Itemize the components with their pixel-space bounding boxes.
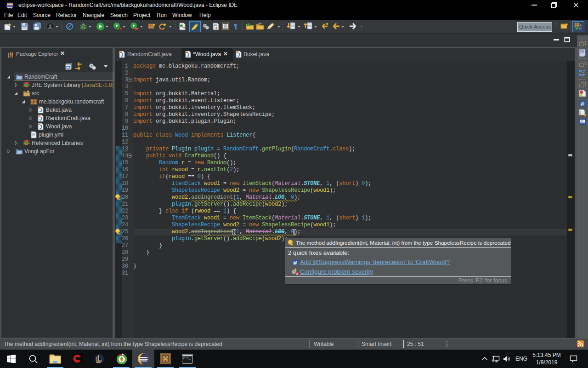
svg-text:x: x: [296, 272, 298, 275]
svg-text:J: J: [40, 125, 42, 130]
svg-text:@: @: [581, 101, 585, 106]
svg-text:J: J: [40, 116, 42, 121]
svg-text:{=: {=: [579, 110, 584, 115]
svg-text:J: J: [237, 52, 240, 58]
svg-text:C:\_: C:\_: [183, 357, 191, 360]
svg-text:J: J: [121, 52, 124, 58]
svg-text:J: J: [187, 52, 190, 58]
svg-text:@: @: [294, 260, 297, 265]
svg-text:J: J: [40, 108, 42, 113]
